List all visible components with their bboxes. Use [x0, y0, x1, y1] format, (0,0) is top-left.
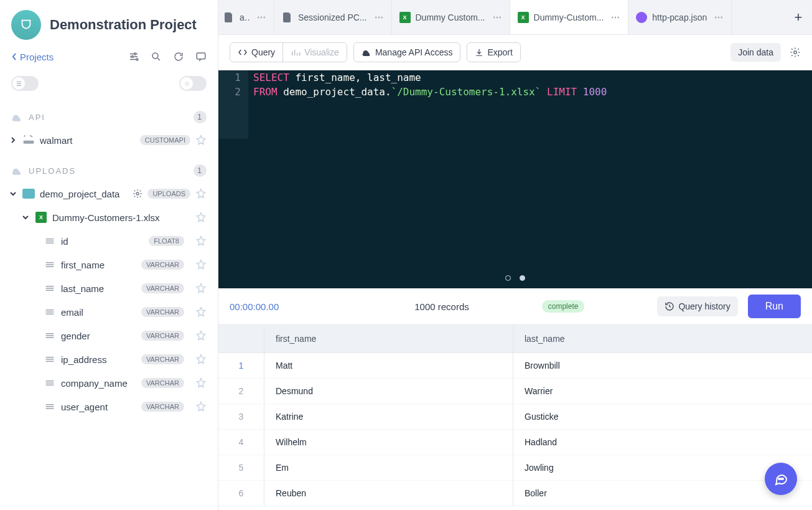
star-icon[interactable] — [195, 377, 207, 389]
file-label: Dummy-Customers-1.xlsx — [52, 212, 190, 223]
status-chip: complete — [542, 300, 585, 313]
tab-menu-icon[interactable]: ⋯ — [611, 12, 620, 22]
comment-icon[interactable] — [195, 51, 207, 62]
file-icon — [223, 12, 235, 23]
star-icon[interactable] — [195, 306, 207, 318]
tab-menu-icon[interactable]: ⋯ — [714, 12, 724, 22]
star-icon[interactable] — [195, 135, 207, 146]
tab[interactable]: XDummy Custom... ⋯ — [392, 0, 510, 34]
chat-fab[interactable] — [765, 463, 797, 495]
manage-api-button[interactable]: Manage API Access — [353, 42, 461, 62]
gear-icon[interactable] — [133, 189, 142, 199]
query-button[interactable]: Query — [230, 43, 283, 62]
tab-menu-icon[interactable]: ⋯ — [375, 12, 384, 22]
star-icon[interactable] — [195, 330, 207, 341]
tab[interactable]: XDummy-Custom... ⋯ — [510, 0, 629, 34]
file-icon — [282, 12, 293, 23]
tab[interactable]: Sessionized PC... ⋯ — [274, 0, 392, 34]
export-button[interactable]: Export — [467, 42, 520, 62]
results-grid[interactable]: first_name last_name 1 Matt Brownbill 2 … — [218, 325, 812, 510]
file-item[interactable]: X Dummy-Customers-1.xlsx — [0, 205, 218, 229]
column-type-badge: VARCHAR — [141, 354, 184, 364]
star-icon[interactable] — [195, 188, 207, 199]
star-icon[interactable] — [195, 212, 207, 223]
visualize-button[interactable]: Visualize — [283, 43, 347, 62]
tab[interactable]: ap.json ⋯ — [218, 0, 274, 34]
manage-api-label: Manage API Access — [375, 47, 453, 57]
visualize-label: Visualize — [304, 47, 339, 57]
tab-menu-icon[interactable]: ⋯ — [493, 12, 502, 22]
api-badge: CUSTOMAPI — [140, 135, 190, 145]
column-type-icon — [45, 261, 55, 268]
page-dot[interactable] — [520, 275, 525, 281]
column-item[interactable]: company_name VARCHAR — [0, 371, 218, 395]
uploads-count-badge: 1 — [194, 164, 207, 177]
row-index: 6 — [218, 481, 264, 506]
tab-menu-icon[interactable]: ⋯ — [257, 12, 266, 22]
column-type-badge: VARCHAR — [141, 260, 184, 270]
filter-toggle[interactable]: ☰ — [11, 76, 39, 91]
editor-pager[interactable] — [505, 275, 525, 281]
grid-col-header[interactable]: last_name — [513, 325, 812, 352]
record-count: 1000 records — [414, 301, 469, 312]
table-row[interactable]: 1 Matt Brownbill — [218, 353, 812, 379]
star-icon[interactable] — [195, 354, 207, 365]
cell-last-name: Gusticke — [513, 404, 812, 429]
chevron-down-icon — [9, 191, 17, 196]
star-filter-toggle[interactable]: ☆ — [179, 76, 207, 91]
column-name: user_agent — [61, 402, 135, 412]
column-item[interactable]: ip_address VARCHAR — [0, 347, 218, 371]
tab[interactable]: http-pcap.json ⋯ — [628, 0, 732, 34]
tab-label: Sessionized PC... — [298, 12, 367, 22]
search-icon[interactable] — [151, 51, 162, 62]
code-content: FROM demo_project_data.`/Dummy-Customers… — [248, 85, 607, 99]
table-row[interactable]: 4 Wilhelm Hadland — [218, 430, 812, 455]
table-row[interactable]: 2 Desmund Warrier — [218, 379, 812, 404]
sql-editor[interactable]: 1SELECT first_name, last_name2FROM demo_… — [218, 70, 812, 288]
table-row[interactable]: 6 Reuben Boller — [218, 481, 812, 506]
run-button[interactable]: Run — [748, 295, 801, 318]
cell-first-name: Matt — [264, 353, 513, 378]
uploads-folder[interactable]: demo_project_data UPLOADS — [0, 182, 218, 205]
column-type-badge: VARCHAR — [141, 307, 184, 317]
column-item[interactable]: email VARCHAR — [0, 300, 218, 324]
svg-point-8 — [778, 478, 780, 479]
cloud-icon — [362, 49, 371, 56]
star-icon[interactable] — [195, 259, 207, 270]
query-timer: 00:00:00.00 — [230, 301, 279, 312]
api-count-badge: 1 — [194, 111, 207, 123]
projects-back-link[interactable]: Projects — [11, 52, 54, 62]
excel-icon: X — [518, 12, 529, 23]
column-item[interactable]: last_name VARCHAR — [0, 276, 218, 300]
column-type-badge: VARCHAR — [141, 402, 184, 412]
table-row[interactable]: 5 Em Jowling — [218, 455, 812, 481]
table-row[interactable]: 3 Katrine Gusticke — [218, 404, 812, 430]
svg-rect-4 — [197, 53, 205, 59]
join-data-button[interactable]: Join data — [730, 43, 781, 62]
query-history-button[interactable]: Query history — [657, 296, 737, 316]
star-icon[interactable] — [195, 283, 207, 294]
api-item-walmart[interactable]: walmart CUSTOMAPI — [0, 128, 218, 152]
column-item[interactable]: id FLOAT8 — [0, 229, 218, 253]
svg-point-9 — [780, 478, 782, 479]
cell-first-name: Reuben — [264, 481, 513, 506]
star-icon[interactable] — [195, 235, 207, 247]
history-icon — [665, 301, 674, 311]
column-item[interactable]: first_name VARCHAR — [0, 253, 218, 276]
gear-icon[interactable] — [790, 47, 801, 58]
cloud-icon — [11, 113, 22, 121]
chevron-down-icon — [22, 215, 29, 220]
chevron-left-icon — [11, 52, 17, 61]
chevron-right-icon — [11, 136, 16, 144]
grid-col-header[interactable]: first_name — [264, 325, 513, 352]
column-item[interactable]: user_agent VARCHAR — [0, 395, 218, 418]
column-item[interactable]: gender VARCHAR — [0, 324, 218, 347]
row-index: 4 — [218, 430, 264, 455]
api-item-label: walmart — [40, 135, 135, 146]
add-tab-button[interactable]: + — [785, 9, 812, 26]
star-icon[interactable] — [195, 401, 207, 412]
refresh-icon[interactable] — [173, 51, 184, 62]
sliders-icon[interactable] — [128, 51, 139, 62]
action-bar: Query Visualize Manage API Access Export… — [218, 35, 812, 70]
page-dot[interactable] — [505, 275, 511, 281]
